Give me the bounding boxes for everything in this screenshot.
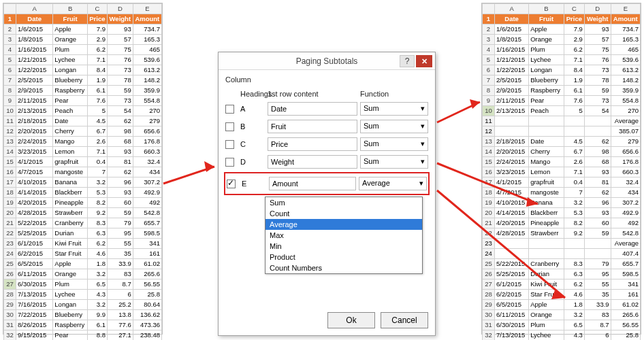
- table-row[interactable]: 236/1/2015Kiwi Fruit6.255341: [4, 239, 162, 249]
- table-row[interactable]: 194/20/2015Pineapple8.260492: [4, 198, 162, 208]
- table-row[interactable]: 286/2/2015Star Fruit4.635161: [483, 290, 641, 300]
- table-row[interactable]: 164/7/2015mangoste762434: [4, 167, 162, 177]
- table-row[interactable]: 31/8/2015Orange2.957165.3: [483, 35, 641, 45]
- col-B[interactable]: B: [529, 4, 564, 14]
- table-row[interactable]: 122/20/2015Cherry6.798656.6: [4, 126, 162, 137]
- table-row[interactable]: 184/7/2015mangoste762434: [483, 188, 641, 198]
- function-dropdown-list[interactable]: SumCountAverageMaxMinProductCount Number…: [265, 197, 423, 274]
- table-row[interactable]: 51/21/2015Lychee7.176539.6: [4, 55, 162, 65]
- average-row[interactable]: 23Average: [483, 239, 641, 249]
- table-row[interactable]: 306/11/2015Orange3.283265.6: [483, 310, 641, 320]
- table-row[interactable]: 143/23/2015Lemon7.193660.3: [4, 147, 162, 157]
- row-checkbox[interactable]: [225, 158, 234, 167]
- table-row[interactable]: 214/20/2015Pineapple8.260492: [483, 218, 641, 228]
- table-row[interactable]: 318/26/2015Raspberry6.177.6473.36: [4, 320, 162, 330]
- table-row[interactable]: 82/9/2015Raspberry6.159359.9: [483, 86, 641, 96]
- table-row[interactable]: 102/13/2015Peach554270: [483, 106, 641, 116]
- dropdown-option[interactable]: Average: [265, 219, 422, 230]
- table-row[interactable]: 287/13/2015Lychee4.3625.8: [4, 290, 162, 300]
- function-select[interactable]: Sum ▾: [360, 137, 428, 151]
- table-row[interactable]: 31/8/2015Orange2.957165.3: [4, 35, 162, 45]
- function-select[interactable]: Average ▾: [359, 177, 427, 190]
- col-D[interactable]: D: [584, 4, 611, 14]
- table-row[interactable]: 194/10/2015Banana3.296307.2: [483, 198, 641, 208]
- table-row[interactable]: 224/28/2015Strawberr9.259542.8: [483, 228, 641, 239]
- table-row[interactable]: 256/5/2015Apple1.833.961.02: [4, 259, 162, 269]
- table-row[interactable]: 112/18/2015Date4.562279: [4, 116, 162, 126]
- table-row[interactable]: 316/30/2015Plum6.58.756.55: [483, 320, 641, 330]
- col-E[interactable]: E: [133, 4, 161, 14]
- table-row[interactable]: 51/21/2015Lychee7.176539.6: [483, 55, 641, 65]
- table-row[interactable]: 152/24/2015Mango2.668176.8: [483, 157, 641, 167]
- table-row[interactable]: 327/13/2015Lychee4.3625.8: [483, 330, 641, 341]
- table-row[interactable]: 61/22/2015Longan8.473613.2: [4, 65, 162, 75]
- dialog-titlebar[interactable]: Paging Subtotals ? ✕: [219, 52, 435, 70]
- dropdown-option[interactable]: Min: [265, 241, 422, 252]
- table-row[interactable]: 297/16/2015Longan3.225.280.64: [4, 300, 162, 310]
- function-select[interactable]: Sum ▾: [360, 120, 428, 133]
- close-button[interactable]: ✕: [416, 55, 432, 67]
- table-row[interactable]: 154/1/2015grapfruit0.48132.4: [4, 157, 162, 167]
- right-grid[interactable]: A B C D E 1DateFruitPriceWeightAmount21/…: [482, 3, 641, 340]
- table-row[interactable]: 174/10/2015Banana3.296307.2: [4, 177, 162, 188]
- col-A[interactable]: A: [495, 4, 529, 14]
- table-row[interactable]: 296/5/2015Apple1.833.961.02: [483, 300, 641, 310]
- table-row[interactable]: 132/18/2015Date4.562279: [483, 137, 641, 147]
- table-row[interactable]: 246/2/2015Star Fruit4.635161: [4, 249, 162, 259]
- average-row[interactable]: 12385.07: [483, 126, 641, 137]
- table-row[interactable]: 163/23/2015Lemon7.193660.3: [483, 167, 641, 177]
- table-row[interactable]: 72/5/2015Blueberry1.978148.2: [4, 75, 162, 86]
- row-content-input[interactable]: [268, 155, 357, 169]
- row-checkbox[interactable]: [225, 122, 234, 131]
- table-row[interactable]: 266/11/2015Orange3.283265.6: [4, 269, 162, 279]
- table-row[interactable]: 276/1/2015Kiwi Fruit6.255341: [483, 279, 641, 290]
- average-row[interactable]: 11Average: [483, 116, 641, 126]
- row-content-input[interactable]: [269, 177, 356, 190]
- table-row[interactable]: 204/28/2015Strawberr9.259542.8: [4, 208, 162, 218]
- table-row[interactable]: 142/20/2015Cherry6.798656.6: [483, 147, 641, 157]
- cancel-button[interactable]: Cancel: [381, 312, 428, 328]
- table-row[interactable]: 132/24/2015Mango2.668176.8: [4, 137, 162, 147]
- dropdown-option[interactable]: Max: [265, 230, 422, 241]
- table-row[interactable]: 82/9/2015Raspberry6.159359.9: [4, 86, 162, 96]
- table-row[interactable]: 102/13/2015Peach554270: [4, 106, 162, 116]
- table-row[interactable]: 41/16/2015Plum6.275465: [483, 45, 641, 55]
- dropdown-option[interactable]: Product: [265, 252, 422, 262]
- dropdown-option[interactable]: Count Numbers: [265, 262, 422, 273]
- row-checkbox[interactable]: [225, 105, 234, 114]
- function-select[interactable]: Sum ▾: [360, 155, 428, 169]
- table-row[interactable]: 307/22/2015Blueberry9.913.8136.62: [4, 310, 162, 320]
- table-row[interactable]: 61/22/2015Longan8.473613.2: [483, 65, 641, 75]
- left-grid[interactable]: A B C D E 1DateFruitPriceWeightAmount21/…: [3, 3, 162, 340]
- average-row[interactable]: 24407.4: [483, 249, 641, 259]
- row-content-input[interactable]: [268, 120, 357, 133]
- dropdown-option[interactable]: Sum: [265, 197, 422, 208]
- help-button[interactable]: ?: [400, 55, 415, 67]
- table-row[interactable]: 184/14/2015Blackberr5.393492.9: [4, 188, 162, 198]
- function-select[interactable]: Sum ▾: [360, 102, 428, 116]
- table-row[interactable]: 174/1/2015grapfruit0.48132.4: [483, 177, 641, 188]
- table-row[interactable]: 21/6/2015Apple7.993734.7: [4, 24, 162, 35]
- col-E[interactable]: E: [611, 4, 640, 14]
- table-row[interactable]: 215/22/2015Cranberry8.379655.7: [4, 218, 162, 228]
- table-row[interactable]: 255/22/2015Cranberry8.379655.7: [483, 259, 641, 269]
- table-row[interactable]: 225/25/2015Durian6.395598.5: [4, 228, 162, 239]
- col-B[interactable]: B: [53, 4, 87, 14]
- table-row[interactable]: 204/14/2015Blackberr5.393492.9: [483, 208, 641, 218]
- table-row[interactable]: 276/30/2015Plum6.58.756.55: [4, 279, 162, 290]
- dropdown-option[interactable]: Count: [265, 208, 422, 219]
- table-row[interactable]: 265/25/2015Durian6.395598.5: [483, 269, 641, 279]
- ok-button[interactable]: Ok: [327, 312, 375, 328]
- table-row[interactable]: 329/15/2015Pear8.827.1238.48: [4, 330, 162, 341]
- table-row[interactable]: 21/6/2015Apple7.993734.7: [483, 24, 641, 35]
- row-content-input[interactable]: [268, 102, 357, 116]
- col-C[interactable]: C: [87, 4, 107, 14]
- row-checkbox[interactable]: [225, 140, 234, 149]
- col-A[interactable]: A: [16, 4, 53, 14]
- col-D[interactable]: D: [107, 4, 133, 14]
- row-checkbox[interactable]: [227, 180, 236, 188]
- table-row[interactable]: 41/16/2015Plum6.275465: [4, 45, 162, 55]
- row-content-input[interactable]: [268, 137, 357, 151]
- table-row[interactable]: 92/11/2015Pear7.673554.8: [4, 96, 162, 106]
- col-C[interactable]: C: [564, 4, 584, 14]
